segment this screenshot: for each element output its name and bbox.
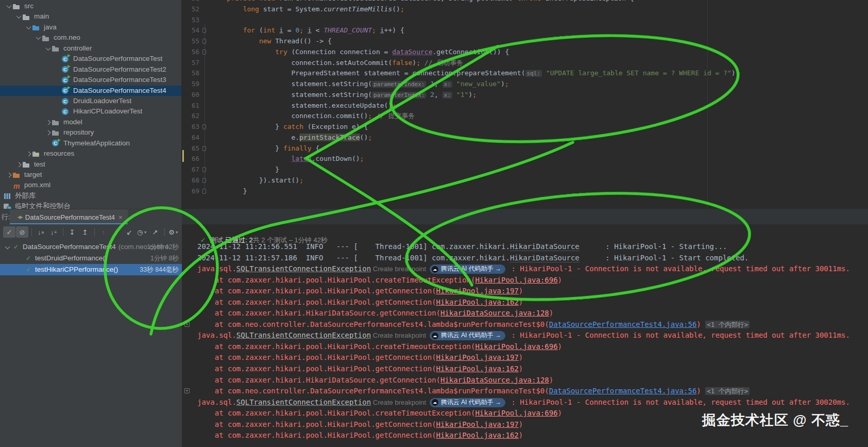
code-editor[interactable]: 51 private void runPerformanceTest(DataS… xyxy=(182,0,868,209)
tree-item[interactable]: com.neo xyxy=(0,32,181,43)
fold-marker-icon[interactable] xyxy=(202,39,206,44)
test-item[interactable]: ✓testHikariCPPerformance()33秒 844毫秒 xyxy=(0,264,182,275)
chevron-open-icon[interactable] xyxy=(43,43,52,54)
tree-item[interactable]: pom.xml xyxy=(0,180,181,190)
stack-file-link[interactable]: HikariPool.java:696 xyxy=(475,342,557,351)
code-line[interactable]: 63 } catch (Exception e) { xyxy=(182,122,868,133)
tree-item[interactable]: DataSourcePerformanceTest2 xyxy=(0,64,181,75)
chevron-closed-icon[interactable] xyxy=(4,170,12,180)
ai-assistant-badge[interactable]: 腾讯云 AI 代码助手 → xyxy=(430,264,505,274)
code-line[interactable]: 54 for (int i = 0; i < THREAD_COUNT; i++… xyxy=(182,25,868,36)
code-line[interactable]: 56 try (Connection connection = dataSour… xyxy=(182,47,868,58)
exception-class-link[interactable]: SQLTransientConnectionException xyxy=(236,264,371,273)
expand-all-button[interactable]: ↧ xyxy=(66,226,78,238)
chevron-closed-icon[interactable] xyxy=(43,127,52,138)
chevron-open-icon[interactable] xyxy=(5,244,10,249)
stack-file-link[interactable]: HikariPool.java:197 xyxy=(436,287,519,295)
code-line[interactable]: 57 connection.setAutoCommit(false); // 启… xyxy=(182,58,868,69)
code-line[interactable]: 61 statement.executeUpdate(); xyxy=(182,101,868,111)
source-file-link[interactable]: DataSourcePerformanceTest4.java:56 xyxy=(549,320,697,328)
logger-link[interactable]: HikariDataSource xyxy=(510,242,580,251)
code-line[interactable]: 52 long start = System.currentTimeMillis… xyxy=(182,4,868,15)
stack-file-link[interactable]: HikariDataSource.java:128 xyxy=(440,309,549,317)
fold-marker-icon[interactable] xyxy=(202,124,206,129)
ai-assistant-badge[interactable]: 腾讯云 AI 代码助手 → xyxy=(430,398,505,407)
code-line[interactable]: 67 } xyxy=(182,164,868,175)
stack-file-link[interactable]: HikariPool.java:162 xyxy=(436,298,519,306)
fold-marker-icon[interactable] xyxy=(202,49,206,55)
class-icon xyxy=(61,76,70,84)
fold-marker-icon[interactable] xyxy=(202,146,206,151)
code-line[interactable]: 65 } finally { xyxy=(182,143,868,154)
expand-trace-icon[interactable]: + xyxy=(184,322,190,327)
logger-link[interactable]: HikariDataSource xyxy=(510,254,580,262)
test-item[interactable]: ✓DataSourcePerformanceTest4(com.neo.cont… xyxy=(0,241,182,253)
ai-assistant-badge[interactable]: 腾讯云 AI 代码助手 → xyxy=(430,331,505,340)
tree-item[interactable]: controller xyxy=(0,43,181,54)
stack-file-link[interactable]: HikariPool.java:696 xyxy=(475,409,557,417)
tree-item[interactable]: DruidLoadoverTest xyxy=(0,96,181,106)
test-history-button[interactable]: ◷▼ xyxy=(136,226,148,238)
tree-item[interactable]: target xyxy=(0,170,181,180)
code-line[interactable]: 59 statement.setString(parameterIndex: 1… xyxy=(182,79,868,90)
test-item[interactable]: ✓testDruidPerformance()1分钟 8秒 xyxy=(0,253,182,264)
tree-item[interactable]: 外部库 xyxy=(0,191,181,201)
tree-item[interactable]: HikariCPLoadoverTest xyxy=(0,106,181,117)
chevron-open-icon[interactable] xyxy=(14,11,22,22)
export-test-results-button[interactable]: ↗ xyxy=(149,226,161,238)
fold-marker-icon[interactable] xyxy=(202,189,206,194)
code-line[interactable]: 53 xyxy=(182,15,868,26)
code-line[interactable]: 55 new Thread(() -> { xyxy=(182,36,868,47)
chevron-closed-icon[interactable] xyxy=(14,159,22,170)
chevron-closed-icon[interactable] xyxy=(43,117,52,127)
chevron-open-icon[interactable] xyxy=(4,1,12,11)
tree-item[interactable]: test xyxy=(0,159,181,170)
tree-item[interactable]: java xyxy=(0,22,181,32)
code-seg: ( xyxy=(255,26,263,34)
sort-by-duration-button[interactable]: ↓≡ xyxy=(47,226,60,238)
chevron-open-icon[interactable] xyxy=(33,32,42,43)
stack-file-link[interactable]: HikariPool.java:197 xyxy=(436,353,519,361)
code-line[interactable]: 60 statement.setString(parameterIndex: 2… xyxy=(182,90,868,101)
previous-failed-test-button[interactable]: ↑ xyxy=(97,226,110,238)
tree-item[interactable]: DataSourcePerformanceTest xyxy=(0,54,181,64)
tree-item[interactable]: main xyxy=(0,11,181,22)
stack-file-link[interactable]: HikariPool.java:162 xyxy=(436,365,519,373)
sort-alphabetically-button[interactable]: ↓a xyxy=(35,226,47,238)
tree-item[interactable]: src xyxy=(0,1,181,11)
chevron-open-icon[interactable] xyxy=(24,22,32,32)
chevron-closed-icon[interactable] xyxy=(24,148,32,159)
tree-item[interactable]: model xyxy=(0,117,181,127)
code-line[interactable]: 68 }).start(); xyxy=(182,175,868,186)
code-line[interactable]: 62 connection.commit(); // 提交事务 xyxy=(182,111,868,122)
exception-class-link[interactable]: SQLTransientConnectionException xyxy=(236,331,371,339)
code-line[interactable]: 66 latch.countDown(); xyxy=(182,154,868,164)
exception-class-link[interactable]: SQLTransientConnectionException xyxy=(236,398,371,406)
stack-file-link[interactable]: HikariPool.java:197 xyxy=(436,420,519,428)
fold-marker-icon[interactable] xyxy=(202,178,206,183)
code-line[interactable]: 58 PreparedStatement statement = connect… xyxy=(182,68,868,79)
next-failed-test-button[interactable]: ↓ xyxy=(110,226,123,238)
collapse-all-button[interactable]: ↥ xyxy=(79,226,91,238)
show-passed-button[interactable]: ✓ xyxy=(3,226,15,238)
fold-marker-icon[interactable] xyxy=(202,28,206,33)
tree-item[interactable]: 临时文件和控制台 xyxy=(0,201,181,209)
show-ignored-button[interactable]: ⊘ xyxy=(16,226,28,238)
tree-item[interactable]: resources xyxy=(0,148,181,159)
stack-file-link[interactable]: HikariPool.java:162 xyxy=(436,431,519,439)
tree-item[interactable]: repository xyxy=(0,127,181,138)
tree-item[interactable]: DataSourcePerformanceTest3 xyxy=(0,75,181,85)
expand-trace-icon[interactable]: + xyxy=(184,388,190,393)
code-line[interactable]: 69 } xyxy=(182,186,868,197)
stack-file-link[interactable]: HikariDataSource.java:128 xyxy=(440,376,549,384)
tree-item[interactable]: ThymeleafApplication xyxy=(0,138,181,148)
run-tab[interactable]: ◀▶ DataSourcePerformanceTest4 × xyxy=(10,209,128,225)
stack-file-link[interactable]: HikariPool.java:696 xyxy=(475,276,557,284)
code-line[interactable]: 64 e.printStackTrace(); xyxy=(182,133,868,143)
source-file-link[interactable]: DataSourcePerformanceTest4.java:56 xyxy=(549,387,697,395)
fold-marker-icon[interactable] xyxy=(202,167,206,172)
settings-button[interactable]: ⚙▼ xyxy=(167,226,180,238)
tree-item[interactable]: DataSourcePerformanceTest4 xyxy=(0,86,181,96)
import-test-results-button[interactable]: ↙ xyxy=(123,226,135,238)
close-tab-icon[interactable]: × xyxy=(118,213,123,221)
